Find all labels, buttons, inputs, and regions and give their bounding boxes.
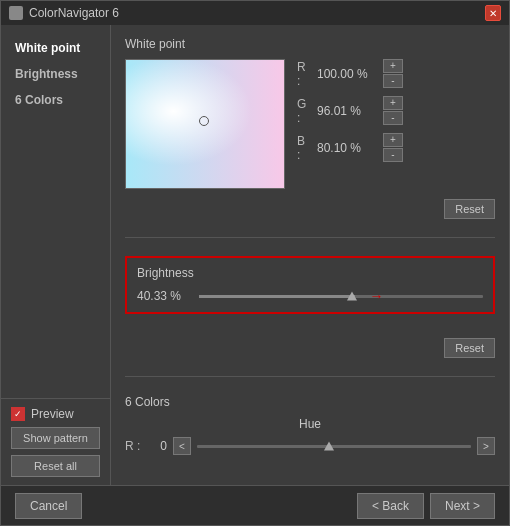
show-pattern-button[interactable]: Show pattern bbox=[11, 427, 100, 449]
title-bar-title: ColorNavigator 6 bbox=[9, 6, 119, 20]
six-colors-title: 6 Colors bbox=[125, 395, 495, 409]
reset-all-button[interactable]: Reset all bbox=[11, 455, 100, 477]
brightness-section: Brightness 40.33 % → bbox=[125, 256, 495, 314]
rgb-controls: R : 100.00 % + - G : 96.01 % + bbox=[297, 59, 403, 162]
brightness-arrow-icon: → bbox=[369, 288, 383, 304]
hue-value: 0 bbox=[147, 439, 167, 453]
brightness-fill bbox=[199, 295, 355, 298]
brightness-slider[interactable]: → bbox=[199, 288, 483, 304]
six-colors-section: 6 Colors Hue R : 0 < > bbox=[125, 395, 495, 455]
cancel-button[interactable]: Cancel bbox=[15, 493, 82, 519]
hue-title: Hue bbox=[125, 417, 495, 431]
white-point-title: White point bbox=[125, 37, 495, 51]
brightness-track bbox=[199, 295, 483, 298]
sidebar-nav: White point Brightness 6 Colors bbox=[1, 25, 110, 398]
g-buttons: + - bbox=[383, 96, 403, 125]
white-point-reset-button[interactable]: Reset bbox=[444, 199, 495, 219]
b-row: B : 80.10 % + - bbox=[297, 133, 403, 162]
sidebar-item-brightness[interactable]: Brightness bbox=[1, 61, 110, 87]
hue-right-button[interactable]: > bbox=[477, 437, 495, 455]
brightness-reset-row: Reset bbox=[125, 334, 495, 358]
r-row: R : 100.00 % + - bbox=[297, 59, 403, 88]
sidebar-controls: ✓ Preview Show pattern Reset all bbox=[1, 398, 110, 485]
brightness-value: 40.33 % bbox=[137, 289, 189, 303]
content-area: White point R : 100.00 % + - bbox=[111, 25, 509, 485]
g-plus-button[interactable]: + bbox=[383, 96, 403, 110]
g-minus-button[interactable]: - bbox=[383, 111, 403, 125]
b-value: 80.10 % bbox=[317, 141, 377, 155]
title-bar: ColorNavigator 6 ✕ bbox=[1, 1, 509, 25]
hue-label: R : bbox=[125, 439, 141, 453]
hue-track bbox=[197, 445, 471, 448]
r-plus-button[interactable]: + bbox=[383, 59, 403, 73]
bottom-bar: Cancel < Back Next > bbox=[1, 485, 509, 525]
r-minus-button[interactable]: - bbox=[383, 74, 403, 88]
check-icon: ✓ bbox=[14, 410, 22, 419]
hue-slider[interactable] bbox=[197, 438, 471, 454]
preview-row: ✓ Preview bbox=[11, 407, 100, 421]
color-picker[interactable] bbox=[125, 59, 285, 189]
b-minus-button[interactable]: - bbox=[383, 148, 403, 162]
g-row: G : 96.01 % + - bbox=[297, 96, 403, 125]
app-icon bbox=[9, 6, 23, 20]
preview-checkbox[interactable]: ✓ bbox=[11, 407, 25, 421]
r-buttons: + - bbox=[383, 59, 403, 88]
app-window: ColorNavigator 6 ✕ White point Brightnes… bbox=[0, 0, 510, 526]
main-content: White point Brightness 6 Colors ✓ Previe… bbox=[1, 25, 509, 485]
r-value: 100.00 % bbox=[317, 67, 377, 81]
brightness-title: Brightness bbox=[137, 266, 483, 280]
white-point-section: White point R : 100.00 % + - bbox=[125, 37, 495, 219]
b-label: B : bbox=[297, 134, 311, 162]
next-button[interactable]: Next > bbox=[430, 493, 495, 519]
sidebar-item-white-point[interactable]: White point bbox=[1, 35, 110, 61]
g-label: G : bbox=[297, 97, 311, 125]
sidebar: White point Brightness 6 Colors ✓ Previe… bbox=[1, 25, 111, 485]
r-label: R : bbox=[297, 60, 311, 88]
hue-section: Hue R : 0 < > bbox=[125, 417, 495, 455]
close-button[interactable]: ✕ bbox=[485, 5, 501, 21]
b-plus-button[interactable]: + bbox=[383, 133, 403, 147]
back-button[interactable]: < Back bbox=[357, 493, 424, 519]
hue-row: R : 0 < > bbox=[125, 437, 495, 455]
app-title: ColorNavigator 6 bbox=[29, 6, 119, 20]
brightness-row: 40.33 % → bbox=[137, 288, 483, 304]
hue-left-button[interactable]: < bbox=[173, 437, 191, 455]
b-buttons: + - bbox=[383, 133, 403, 162]
color-crosshair bbox=[199, 116, 209, 126]
white-point-content: R : 100.00 % + - G : 96.01 % + bbox=[125, 59, 495, 189]
divider-2 bbox=[125, 376, 495, 377]
brightness-reset-button[interactable]: Reset bbox=[444, 338, 495, 358]
hue-thumb bbox=[324, 442, 334, 451]
divider-1 bbox=[125, 237, 495, 238]
nav-buttons: < Back Next > bbox=[357, 493, 495, 519]
preview-label: Preview bbox=[31, 407, 74, 421]
brightness-thumb bbox=[347, 292, 357, 301]
g-value: 96.01 % bbox=[317, 104, 377, 118]
sidebar-item-six-colors[interactable]: 6 Colors bbox=[1, 87, 110, 113]
